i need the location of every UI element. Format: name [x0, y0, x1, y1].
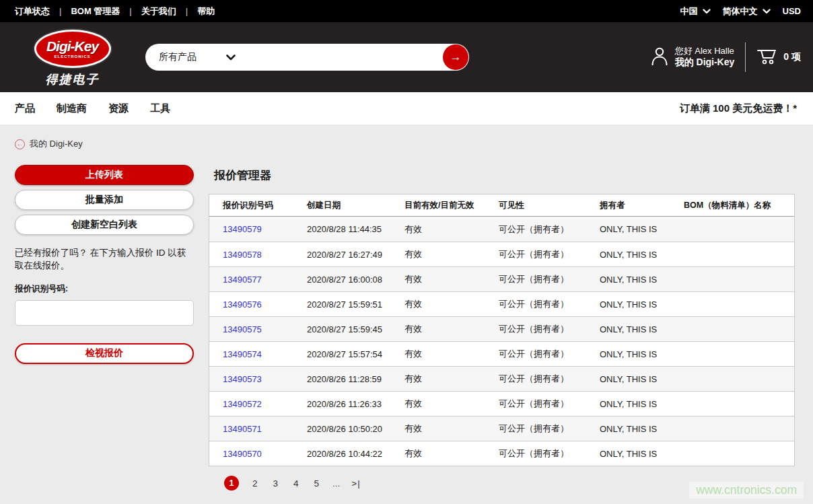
page-content: ← 我的 Digi-Key 上传列表 批量添加 创建新空白列表 已经有报价了吗？…	[0, 124, 813, 504]
main-nav: 产品 制造商 资源 工具 订单满 100 美元免运费！*	[0, 92, 813, 124]
quote-owner: ONLY, THIS IS	[600, 349, 684, 359]
region-label: 中国	[680, 5, 698, 17]
search-category-dropdown[interactable]: 所有产品	[159, 51, 234, 63]
back-arrow-icon: ←	[15, 139, 25, 149]
free-shipping-promo: 订单满 100 美元免运费！*	[680, 102, 797, 115]
digikey-logo-oval: Digi-Key ELECTRONICS	[34, 30, 111, 68]
quote-manager-panel: 报价管理器 报价识别号码 创建日期 目前有效/目前无效 可见性 拥有者 BOM（…	[209, 165, 795, 491]
quote-status: 有效	[404, 398, 499, 410]
quote-id-link[interactable]: 13490579	[223, 224, 262, 234]
currency-label: USD	[783, 6, 801, 16]
quote-visibility: 可公开（拥有者）	[499, 447, 600, 460]
sidebar: 上传列表 批量添加 创建新空白列表 已经有报价了吗？ 在下方输入报价 ID 以获…	[15, 165, 194, 491]
search-bar: 所有产品 →	[145, 44, 469, 71]
divider	[745, 42, 746, 72]
quote-status: 有效	[404, 447, 499, 460]
search-input[interactable]	[246, 47, 435, 67]
digikey-logo[interactable]: Digi-Key ELECTRONICS 得捷电子	[10, 30, 135, 87]
view-quote-button[interactable]: 检视报价	[15, 343, 194, 364]
bom-manager-link[interactable]: BOM 管理器	[71, 5, 120, 17]
table-row: 13490574 2020/8/27 15:57:54 有效 可公开（拥有者） …	[209, 341, 794, 366]
cart-icon	[756, 46, 777, 68]
quote-id-link[interactable]: 13490577	[223, 275, 262, 285]
quote-owner: ONLY, THIS IS	[600, 250, 684, 260]
search-category-label: 所有产品	[159, 51, 197, 63]
quote-visibility: 可公开（拥有者）	[499, 298, 600, 310]
account-menu[interactable]: 您好 Alex Halle 我的 Digi-Key	[651, 46, 735, 69]
table-row: 13490578 2020/8/27 16:27:49 有效 可公开（拥有者） …	[209, 242, 794, 266]
quote-created-date: 2020/8/26 10:50:20	[307, 424, 404, 434]
account-text: 您好 Alex Halle 我的 Digi-Key	[675, 46, 735, 69]
nav-item-tools[interactable]: 工具	[150, 102, 170, 115]
chevron-down-icon	[703, 9, 711, 14]
quote-id-input[interactable]	[15, 300, 194, 326]
table-row: 13490576 2020/8/27 15:59:51 有效 可公开（拥有者） …	[209, 291, 794, 316]
divider	[59, 6, 61, 16]
quote-id-link[interactable]: 13490572	[223, 399, 262, 409]
quote-visibility: 可公开（拥有者）	[499, 398, 600, 410]
page-link[interactable]: 3	[271, 478, 281, 489]
quote-status: 有效	[404, 298, 499, 310]
breadcrumb-label: 我的 Digi-Key	[30, 138, 83, 150]
nav-item-resources[interactable]: 资源	[108, 102, 129, 115]
quote-status: 有效	[404, 273, 499, 285]
quote-id-link[interactable]: 13490571	[223, 424, 262, 434]
currency-selector[interactable]: USD	[783, 6, 801, 16]
page-link[interactable]: 2	[250, 478, 260, 489]
upload-list-button[interactable]: 上传列表	[15, 165, 194, 185]
about-us-link[interactable]: 关于我们	[141, 5, 176, 17]
quote-id-link[interactable]: 13490578	[223, 250, 262, 260]
language-label: 简体中文	[723, 5, 758, 17]
quote-owner: ONLY, THIS IS	[600, 374, 684, 384]
quote-status: 有效	[404, 373, 499, 385]
page-title: 报价管理器	[214, 168, 795, 183]
quote-visibility: 可公开（拥有者）	[499, 273, 600, 285]
col-header-status: 目前有效/目前无效	[404, 200, 499, 211]
quote-owner: ONLY, THIS IS	[600, 449, 684, 459]
quote-id-link[interactable]: 13490576	[223, 299, 262, 310]
table-row: 13490573 2020/8/26 11:28:59 有效 可公开（拥有者） …	[209, 366, 794, 391]
quote-created-date: 2020/8/26 11:28:59	[307, 374, 404, 384]
page-current[interactable]: 1	[224, 476, 239, 491]
user-icon	[651, 46, 668, 69]
col-header-created-date: 创建日期	[307, 200, 404, 211]
quote-id-link[interactable]: 13490575	[223, 324, 262, 334]
quote-id-link[interactable]: 13490570	[223, 449, 262, 459]
quote-status: 有效	[404, 348, 499, 360]
logo-brand-text: Digi-Key	[46, 39, 98, 53]
help-link[interactable]: 帮助	[197, 5, 215, 17]
quote-status: 有效	[404, 423, 499, 435]
quote-created-date: 2020/8/27 16:00:08	[307, 275, 404, 285]
breadcrumb[interactable]: ← 我的 Digi-Key	[15, 138, 83, 150]
site-header: Digi-Key ELECTRONICS 得捷电子 所有产品 → 您好 Alex…	[0, 22, 813, 92]
quote-id-link[interactable]: 13490574	[223, 349, 262, 359]
table-row: 13490572 2020/8/26 11:26:33 有效 可公开（拥有者） …	[209, 391, 794, 416]
quote-status: 有效	[404, 323, 499, 335]
table-row: 13490577 2020/8/27 16:00:08 有效 可公开（拥有者） …	[209, 266, 794, 291]
bulk-add-button[interactable]: 批量添加	[15, 190, 194, 210]
nav-items: 产品 制造商 资源 工具	[15, 102, 170, 115]
quote-visibility: 可公开（拥有者）	[499, 248, 600, 260]
search-area: 所有产品 →	[145, 44, 469, 71]
quote-id-label: 报价识别号码:	[15, 283, 194, 295]
page-link[interactable]: 5	[312, 478, 322, 489]
search-submit-button[interactable]: →	[443, 44, 468, 70]
quote-owner: ONLY, THIS IS	[600, 399, 684, 409]
region-selector[interactable]: 中国	[680, 5, 711, 17]
page-last-button[interactable]: >|	[351, 478, 360, 489]
quote-created-date: 2020/8/27 15:59:45	[307, 324, 404, 334]
quote-id-link[interactable]: 13490573	[223, 374, 262, 384]
utility-bar: 订单状态 BOM 管理器 关于我们 帮助 中国 简体中文 USD	[0, 0, 813, 22]
table-row: 13490579 2020/8/28 11:44:35 有效 可公开（拥有者） …	[209, 217, 794, 242]
order-status-link[interactable]: 订单状态	[15, 5, 50, 17]
col-header-bom-name: BOM（物料清单）名称	[684, 200, 781, 211]
nav-item-products[interactable]: 产品	[15, 102, 35, 115]
language-selector[interactable]: 简体中文	[723, 5, 771, 17]
quote-status: 有效	[404, 223, 499, 236]
nav-item-manufacturers[interactable]: 制造商	[57, 102, 87, 115]
create-blank-list-button[interactable]: 创建新空白列表	[15, 215, 194, 235]
quote-owner: ONLY, THIS IS	[600, 424, 684, 434]
page-ellipsis: ...	[332, 478, 340, 489]
page-link[interactable]: 4	[291, 478, 301, 489]
cart-button[interactable]: 0 项	[756, 46, 801, 68]
